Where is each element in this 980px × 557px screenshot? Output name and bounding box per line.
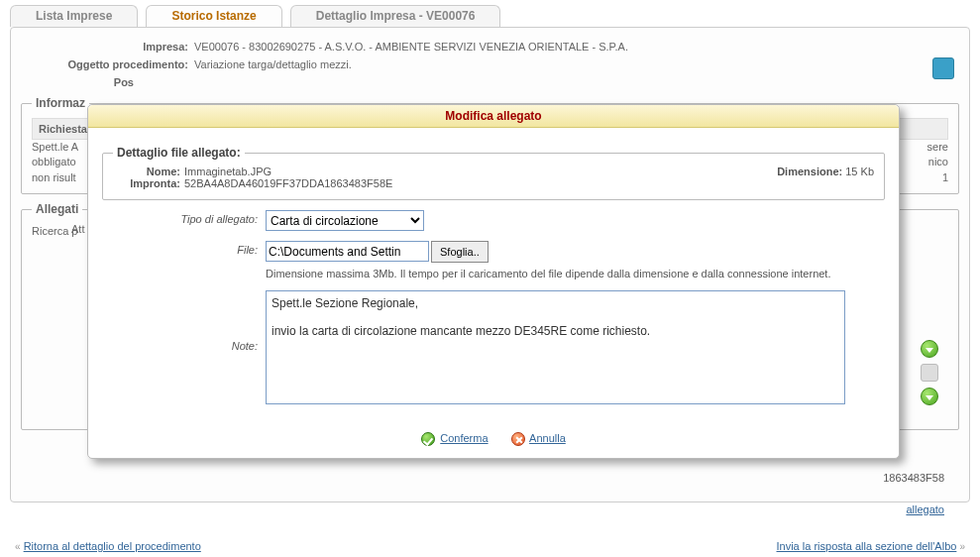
modal-modifica-allegato: Modifica allegato Dettaglio file allegat… xyxy=(87,104,900,459)
modal-title: Modifica allegato xyxy=(88,105,899,128)
chevron-left-icon: « xyxy=(15,541,21,552)
nome-label: Nome: xyxy=(113,166,184,177)
dimensione-label: Dimensione: xyxy=(777,166,842,177)
informazioni-legend: Informaz xyxy=(32,96,89,110)
allegati-legend: Allegati xyxy=(32,202,82,216)
cancel-button[interactable]: Annulla xyxy=(529,432,566,444)
oggetto-label: Oggetto procedimento: xyxy=(21,58,194,70)
file-label: File: xyxy=(102,241,266,256)
dettaglio-file-fieldset: Dettaglio file allegato: Nome: Immaginet… xyxy=(102,146,885,200)
note-textarea[interactable] xyxy=(266,290,845,404)
bg-text-3: non risult xyxy=(32,171,76,183)
tab-storico-istanze[interactable]: Storico Istanze xyxy=(146,5,281,27)
file-path-input[interactable] xyxy=(266,241,429,262)
atti-label: Att xyxy=(71,222,84,237)
confirm-button[interactable]: Conferma xyxy=(440,432,488,444)
tab-bar: Lista Imprese Storico Istanze Dettaglio … xyxy=(10,5,970,27)
bg-text-1: Spett.le A xyxy=(32,141,78,153)
tipo-allegato-select[interactable]: Carta di circolazione xyxy=(266,210,424,231)
impresa-value: VE00076 - 83002690275 - A.S.V.O. - AMBIE… xyxy=(194,41,628,53)
tipo-allegato-label: Tipo di allegato: xyxy=(102,210,266,225)
action-column xyxy=(915,340,944,405)
bg-right-3: 1 xyxy=(942,171,948,183)
impresa-label: Impresa: xyxy=(21,41,194,53)
move-down-icon-2[interactable] xyxy=(921,388,938,405)
oggetto-value: Variazione targa/dettaglio mezzi. xyxy=(194,58,352,70)
move-down-icon[interactable] xyxy=(921,340,938,358)
confirm-icon xyxy=(421,432,435,446)
impronta-label: Impronta: xyxy=(113,177,184,189)
nome-value: Immaginetab.JPG xyxy=(184,166,272,177)
dimensione-value: 15 Kb xyxy=(845,166,874,177)
dettaglio-file-legend: Dettaglio file allegato: xyxy=(113,146,245,160)
posizione-label: Pos xyxy=(21,76,140,88)
document-icon[interactable] xyxy=(932,57,954,79)
bg-text-2: obbligato xyxy=(32,156,76,167)
tab-lista-imprese[interactable]: Lista Imprese xyxy=(10,5,138,27)
impronta-value: 52BA4A8DA46019FF37DDA1863483F58E xyxy=(184,177,392,189)
send-link[interactable]: Invia la risposta alla sezione dell'Albo xyxy=(777,540,957,552)
bg-right-2: nico xyxy=(928,156,948,167)
file-hint: Dimensione massima 3Mb. Il tempo per il … xyxy=(266,267,885,280)
tab-dettaglio-impresa[interactable]: Dettaglio Impresa - VE00076 xyxy=(290,5,501,27)
cancel-icon xyxy=(511,432,525,446)
impronta-tail: 1863483F58 xyxy=(883,472,944,484)
chevron-right-icon: » xyxy=(959,541,965,552)
note-label: Note: xyxy=(102,290,266,352)
back-link[interactable]: Ritorna al dettaglio del procedimento xyxy=(24,540,201,552)
browse-button[interactable]: Sfoglia.. xyxy=(431,241,489,263)
bg-right-1: sere xyxy=(927,141,948,153)
allegato-link[interactable]: allegato xyxy=(906,503,944,515)
grid-icon[interactable] xyxy=(921,364,938,382)
